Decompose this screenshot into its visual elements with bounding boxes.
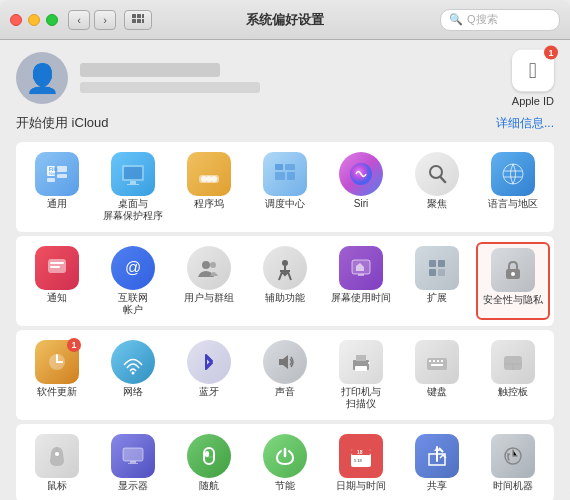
svg-marker-49 bbox=[279, 355, 288, 369]
desktop-icon bbox=[111, 152, 155, 196]
svg-rect-23 bbox=[287, 172, 295, 180]
security-icon bbox=[491, 248, 535, 292]
icon-network[interactable]: 网络 bbox=[96, 336, 170, 414]
internet-label: 互联网帐户 bbox=[118, 292, 148, 316]
access-label: 辅助功能 bbox=[265, 292, 305, 304]
software-badge: 1 bbox=[67, 338, 81, 352]
icon-notify[interactable]: 通知 bbox=[20, 242, 94, 320]
icon-software[interactable]: 1 软件更新 bbox=[20, 336, 94, 414]
keyboard-label: 键盘 bbox=[427, 386, 447, 398]
notify-label: 通知 bbox=[47, 292, 67, 304]
icon-navigation[interactable]: 随航 bbox=[172, 430, 246, 496]
back-button[interactable]: ‹ bbox=[68, 10, 90, 30]
users-icon bbox=[187, 246, 231, 290]
minimize-button[interactable] bbox=[28, 14, 40, 26]
keyboard-icon bbox=[415, 340, 459, 384]
svg-rect-67 bbox=[128, 463, 138, 464]
sound-icon bbox=[263, 340, 307, 384]
trackpad-icon bbox=[491, 340, 535, 384]
icloud-label: 开始使用 iCloud bbox=[16, 114, 108, 132]
icon-bluetooth[interactable]: 蓝牙 bbox=[172, 336, 246, 414]
apple-id-button[interactable]:  1 Apple ID bbox=[512, 50, 554, 107]
icon-mission[interactable]: 调度中心 bbox=[248, 148, 322, 226]
search-bar[interactable]: 🔍 Q搜索 bbox=[440, 9, 560, 31]
icon-mouse[interactable]: 鼠标 bbox=[20, 430, 94, 496]
icon-share[interactable]: 共享 bbox=[400, 430, 474, 496]
icon-printer[interactable]: 打印机与扫描仪 bbox=[324, 336, 398, 414]
user-info bbox=[80, 63, 554, 93]
datetime-label: 日期与时间 bbox=[336, 480, 386, 492]
users-label: 用户与群组 bbox=[184, 292, 234, 304]
titlebar: ‹ › 系统偏好设置 🔍 Q搜索 bbox=[0, 0, 570, 40]
grid-button[interactable] bbox=[124, 10, 152, 30]
icon-desktop[interactable]: 桌面与屏幕保护程序 bbox=[96, 148, 170, 226]
lang-label: 语言与地区 bbox=[488, 198, 538, 210]
icon-ext[interactable]: 扩展 bbox=[400, 242, 474, 320]
svg-point-36 bbox=[282, 260, 288, 266]
icon-spotlight[interactable]: 聚焦 bbox=[400, 148, 474, 226]
spotlight-icon bbox=[415, 152, 459, 196]
svg-rect-55 bbox=[429, 360, 431, 362]
svg-point-27 bbox=[503, 164, 523, 184]
power-label: 节能 bbox=[275, 480, 295, 492]
svg-point-35 bbox=[210, 262, 216, 268]
mission-label: 调度中心 bbox=[265, 198, 305, 210]
svg-point-48 bbox=[132, 372, 135, 375]
siri-label: Siri bbox=[354, 198, 368, 210]
icon-internet[interactable]: @ 互联网帐户 bbox=[96, 242, 170, 320]
icon-general[interactable]: FileNew... 通用 bbox=[20, 148, 94, 226]
bluetooth-label: 蓝牙 bbox=[199, 386, 219, 398]
icon-dock[interactable]: 程序坞 bbox=[172, 148, 246, 226]
icloud-detail-button[interactable]: 详细信息... bbox=[496, 115, 554, 132]
notify-icon bbox=[35, 246, 79, 290]
avatar[interactable]: 👤 bbox=[16, 52, 68, 104]
svg-rect-22 bbox=[275, 172, 285, 180]
svg-rect-32 bbox=[50, 266, 60, 268]
apple-id-icon:  1 bbox=[512, 50, 554, 92]
icon-trackpad[interactable]: 触控板 bbox=[476, 336, 550, 414]
network-label: 网络 bbox=[123, 386, 143, 398]
icon-datetime[interactable]: 185 18 日期与时间 bbox=[324, 430, 398, 496]
svg-rect-59 bbox=[431, 364, 443, 366]
icon-lang[interactable]: 语言与地区 bbox=[476, 148, 550, 226]
icon-sound[interactable]: 声音 bbox=[248, 336, 322, 414]
trackpad-label: 触控板 bbox=[498, 386, 528, 398]
close-button[interactable] bbox=[10, 14, 22, 26]
apple-logo-icon:  bbox=[529, 58, 537, 84]
software-label: 软件更新 bbox=[37, 386, 77, 398]
share-label: 共享 bbox=[427, 480, 447, 492]
forward-button[interactable]: › bbox=[94, 10, 116, 30]
network-icon bbox=[111, 340, 155, 384]
maximize-button[interactable] bbox=[46, 14, 58, 26]
apple-id-badge: 1 bbox=[544, 46, 558, 60]
icon-display[interactable]: 显示器 bbox=[96, 430, 170, 496]
svg-text:18: 18 bbox=[357, 449, 363, 455]
svg-text:New...: New... bbox=[49, 171, 60, 176]
icon-power[interactable]: 节能 bbox=[248, 430, 322, 496]
icon-screentime[interactable]: 屏幕使用时间 bbox=[324, 242, 398, 320]
svg-rect-20 bbox=[275, 164, 283, 170]
navigation-label: 随航 bbox=[199, 480, 219, 492]
bluetooth-icon bbox=[187, 340, 231, 384]
icon-siri[interactable]: Siri bbox=[324, 148, 398, 226]
general-label: 通用 bbox=[47, 198, 67, 210]
icon-keyboard[interactable]: 键盘 bbox=[400, 336, 474, 414]
icon-timemachine[interactable]: 时间机器 bbox=[476, 430, 550, 496]
share-icon bbox=[415, 434, 459, 478]
user-email bbox=[80, 82, 260, 93]
svg-rect-3 bbox=[137, 19, 141, 23]
icon-security[interactable]: 安全性与隐私 bbox=[476, 242, 550, 320]
svg-rect-42 bbox=[438, 260, 445, 267]
datetime-icon: 185 18 bbox=[339, 434, 383, 478]
printer-icon bbox=[339, 340, 383, 384]
icon-access[interactable]: 辅助功能 bbox=[248, 242, 322, 320]
svg-rect-41 bbox=[429, 260, 436, 267]
icons-grid-row4: 鼠标 显示器 随航 节能 185 18 日期与时间 bbox=[16, 424, 554, 500]
svg-rect-58 bbox=[441, 360, 443, 362]
svg-line-26 bbox=[441, 177, 446, 182]
display-icon bbox=[111, 434, 155, 478]
icon-users[interactable]: 用户与群组 bbox=[172, 242, 246, 320]
sound-label: 声音 bbox=[275, 386, 295, 398]
mouse-label: 鼠标 bbox=[47, 480, 67, 492]
svg-point-64 bbox=[55, 452, 59, 456]
